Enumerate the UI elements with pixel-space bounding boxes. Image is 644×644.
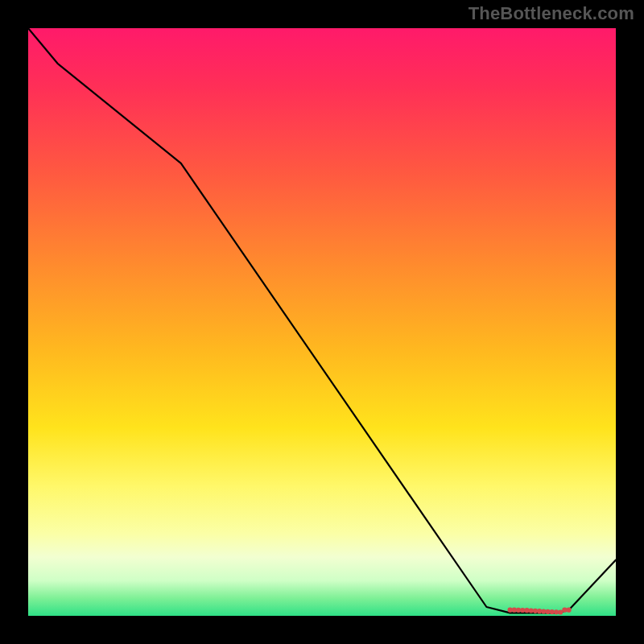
plot-area xyxy=(28,28,616,616)
chart-svg xyxy=(28,28,616,616)
data-line xyxy=(28,28,616,613)
chart-frame: TheBottleneck.com xyxy=(0,0,644,644)
watermark-text: TheBottleneck.com xyxy=(469,3,634,24)
marker-dot xyxy=(567,608,572,613)
marker-dot xyxy=(520,608,525,613)
marker-dot xyxy=(550,609,555,614)
